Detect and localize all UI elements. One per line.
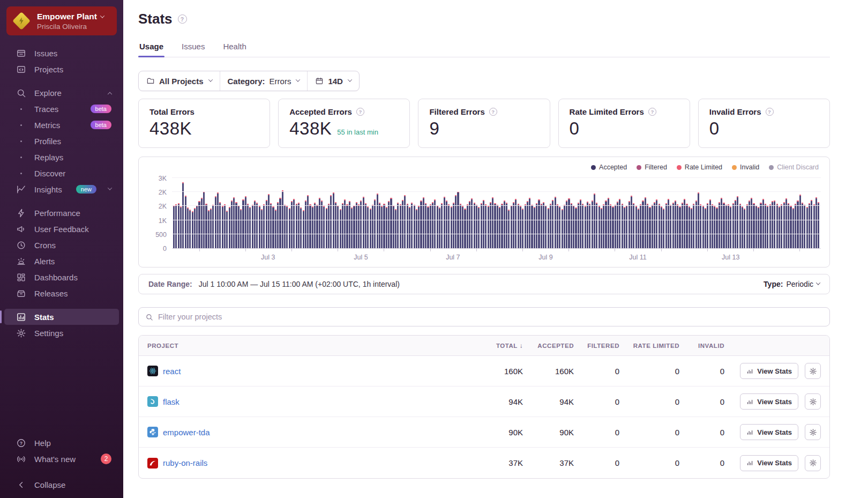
chart-bar[interactable] (712, 204, 713, 248)
chart-bar[interactable] (263, 204, 265, 248)
chart-bar[interactable] (508, 210, 510, 248)
chart-bar[interactable] (192, 211, 193, 248)
chart-bar[interactable] (601, 208, 602, 248)
chart-bar[interactable] (173, 205, 175, 248)
chart-bar[interactable] (744, 209, 745, 248)
chart-bar[interactable] (596, 203, 597, 248)
chart-bar[interactable] (709, 199, 711, 248)
chart-bar[interactable] (790, 206, 791, 248)
chart-bar[interactable] (235, 202, 237, 248)
chart-bar[interactable] (418, 206, 420, 248)
chart-bar[interactable] (795, 204, 796, 248)
chart-bar[interactable] (679, 206, 680, 248)
chart-bar[interactable] (379, 203, 380, 248)
chart-bar[interactable] (437, 205, 438, 248)
chart-bar[interactable] (383, 204, 385, 248)
card-help-icon[interactable]: ? (648, 108, 656, 116)
chart-bar[interactable] (409, 207, 410, 248)
chart-bar[interactable] (434, 199, 436, 248)
sidebar-item-projects[interactable]: Projects (4, 61, 119, 77)
chart-bar[interactable] (689, 206, 690, 248)
sidebar-item-collapse[interactable]: Collapse (4, 477, 119, 493)
chart-bar[interactable] (605, 200, 607, 248)
chart-bar[interactable] (481, 203, 482, 248)
chart-bar[interactable] (321, 200, 323, 248)
chart-bar[interactable] (453, 203, 454, 248)
chart-bar[interactable] (360, 200, 362, 248)
chart-bar[interactable] (370, 209, 371, 248)
chart-bar[interactable] (439, 207, 440, 248)
chart-bar[interactable] (393, 205, 394, 248)
category-filter-dropdown[interactable]: Category: Errors (220, 71, 308, 91)
sidebar-item-profiles[interactable]: Profiles (4, 133, 119, 149)
chart-bar[interactable] (222, 206, 223, 248)
chart-bar[interactable] (515, 199, 517, 248)
chart-bar[interactable] (286, 206, 288, 248)
chart-bar[interactable] (340, 209, 341, 248)
chart-bar[interactable] (432, 202, 433, 248)
chart-bar[interactable] (564, 205, 565, 248)
chart-bar[interactable] (624, 207, 625, 248)
chart-bar[interactable] (647, 204, 648, 248)
chart-bar[interactable] (358, 204, 360, 248)
chart-bar[interactable] (289, 208, 290, 248)
view-stats-button[interactable]: View Stats (740, 393, 798, 410)
chart-bar[interactable] (675, 200, 676, 248)
chart-bar[interactable] (603, 204, 604, 248)
project-settings-button[interactable] (805, 393, 821, 410)
sidebar-item-explore[interactable]: Explore (4, 85, 119, 101)
chart-bar[interactable] (427, 206, 429, 248)
chart-bar[interactable] (469, 201, 470, 248)
chart-bar[interactable] (742, 206, 743, 248)
legend-item-filtered[interactable]: Filtered (637, 163, 667, 171)
chart-bar[interactable] (677, 204, 678, 248)
chart-bar[interactable] (194, 208, 196, 248)
chart-bar[interactable] (395, 209, 396, 248)
chart-bar[interactable] (725, 205, 727, 248)
chart-bar[interactable] (423, 197, 424, 248)
chart-bar[interactable] (344, 199, 346, 248)
chart-bar[interactable] (587, 202, 588, 248)
chart-bar[interactable] (619, 199, 620, 248)
chart-bar[interactable] (494, 203, 496, 248)
chart-bar[interactable] (626, 205, 627, 248)
chart-bar[interactable] (610, 204, 611, 248)
chart-bar[interactable] (548, 208, 549, 248)
chart-bar[interactable] (809, 203, 810, 248)
chart-bar[interactable] (511, 205, 512, 248)
chart-bar[interactable] (474, 203, 475, 248)
chart-bar[interactable] (259, 206, 260, 248)
sidebar-item-settings[interactable]: Settings (4, 325, 119, 341)
chart-bar[interactable] (224, 204, 226, 248)
chart-bar[interactable] (266, 200, 267, 248)
chart-bar[interactable] (372, 205, 373, 248)
chart-bar[interactable] (504, 200, 505, 248)
chart-bar[interactable] (659, 204, 660, 248)
chart-bar[interactable] (488, 206, 489, 248)
date-range-dropdown[interactable]: 14D (307, 71, 359, 91)
chart-bar[interactable] (781, 204, 782, 248)
chart-bar[interactable] (175, 204, 177, 248)
chart-bar[interactable] (448, 204, 450, 248)
chart-bar[interactable] (460, 204, 461, 248)
chart-bar[interactable] (425, 203, 426, 248)
chart-bar[interactable] (562, 209, 563, 248)
chart-bar[interactable] (254, 200, 256, 248)
chart-bar[interactable] (811, 200, 812, 248)
sidebar-item-stats[interactable]: Stats (4, 309, 119, 325)
chart-bar[interactable] (363, 197, 364, 248)
project-settings-button[interactable] (805, 455, 821, 471)
chart-bar[interactable] (617, 202, 618, 248)
type-dropdown[interactable]: Type: Periodic (764, 280, 820, 288)
chart-bar[interactable] (293, 199, 295, 248)
chart-bar[interactable] (416, 209, 417, 248)
chart-bar[interactable] (490, 202, 491, 248)
chart-bar[interactable] (353, 205, 355, 248)
sidebar-item-insights[interactable]: Insightsnew (4, 181, 119, 197)
chart-bar[interactable] (388, 201, 390, 248)
chart-bar[interactable] (210, 209, 212, 248)
sidebar-item-user-feedback[interactable]: User Feedback (4, 221, 119, 237)
chart-bar[interactable] (779, 206, 780, 248)
chart-bar[interactable] (497, 205, 498, 248)
chart-bar[interactable] (208, 210, 209, 248)
